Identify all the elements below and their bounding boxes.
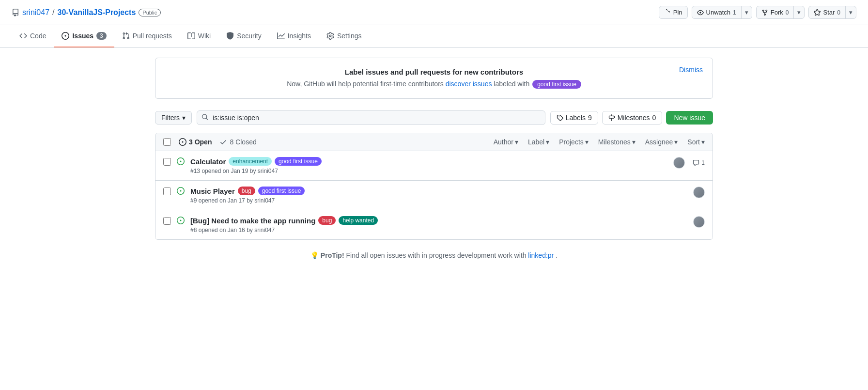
open-count-label: 3 Open <box>189 138 212 146</box>
milestones-filter-label: Milestones <box>598 138 631 146</box>
select-all-checkbox[interactable] <box>163 138 171 146</box>
repo-title: srini047 / 30-VanillaJS-Projects Public <box>12 8 161 17</box>
issue-meta-2: #9 opened on Jan 17 by srini047 <box>190 197 687 204</box>
issue-title-link-3[interactable]: [Bug] Need to make the app running <box>190 217 315 225</box>
tab-code[interactable]: Code <box>12 25 54 47</box>
milestones-label: Milestones <box>618 114 650 122</box>
labels-label: Labels <box>566 114 586 122</box>
avatar-1 <box>673 157 685 169</box>
open-issue-icon <box>179 138 186 146</box>
tab-insights-label: Insights <box>288 32 311 40</box>
issue-title-2: Music Player bug good first issue <box>190 187 687 195</box>
search-box <box>197 110 545 125</box>
wiki-icon <box>187 32 195 40</box>
repo-owner[interactable]: srini047 <box>22 8 49 17</box>
closed-count-label: 8 Closed <box>230 138 256 146</box>
issues-icon <box>62 32 69 40</box>
open-issue-indicator-2 <box>177 187 185 197</box>
issue-checkbox-1[interactable] <box>163 158 171 166</box>
issue-right-1: 1 <box>673 157 705 169</box>
tab-code-label: Code <box>30 32 46 40</box>
filter-actions: Labels 9 Milestones 0 New issue <box>550 111 713 125</box>
security-icon <box>226 32 234 40</box>
tab-settings-label: Settings <box>337 32 362 40</box>
protip-suffix: . <box>556 251 558 259</box>
banner-title: Label issues and pull requests for new c… <box>167 68 701 76</box>
tab-pull-requests[interactable]: Pull requests <box>114 25 180 47</box>
banner-text: Now, GitHub will help potential first-ti… <box>167 80 701 89</box>
label-filter-label: Label <box>528 138 544 146</box>
bulb-icon: 💡 <box>310 251 319 259</box>
author-filter[interactable]: Author ▾ <box>494 138 518 146</box>
tab-wiki-label: Wiki <box>198 32 211 40</box>
pin-label: Pin <box>673 9 682 16</box>
fork-button[interactable]: Fork 0 ▾ <box>756 6 805 19</box>
pr-icon <box>122 32 130 40</box>
issue-opened-2: opened on Jan 17 by <box>199 197 254 204</box>
labels-button[interactable]: Labels 9 <box>550 111 598 125</box>
contributor-banner: Label issues and pull requests for new c… <box>155 58 713 99</box>
open-issues-count[interactable]: 3 Open <box>179 138 212 146</box>
open-issue-indicator-3 <box>177 217 185 227</box>
avatar-2 <box>693 187 705 198</box>
issue-author-2[interactable]: srini047 <box>254 197 275 204</box>
linked-pr-link[interactable]: linked:pr <box>528 251 554 259</box>
protip-text: Find all open issues with in progress de… <box>346 251 528 259</box>
sort-filter[interactable]: Sort ▾ <box>687 138 705 146</box>
star-button[interactable]: Star 0 ▾ <box>808 6 856 19</box>
author-label: Author <box>494 138 513 146</box>
projects-filter[interactable]: Projects ▾ <box>559 138 589 146</box>
dismiss-button[interactable]: Dismiss <box>679 66 703 74</box>
issue-meta-3: #8 opened on Jan 16 by srini047 <box>190 227 687 234</box>
label-filter[interactable]: Label ▾ <box>528 138 549 146</box>
projects-label: Projects <box>559 138 584 146</box>
projects-chevron: ▾ <box>585 138 589 146</box>
assignee-filter[interactable]: Assignee ▾ <box>645 138 678 146</box>
tab-issues-label: Issues <box>72 32 93 40</box>
comment-count-1: 1 <box>693 159 705 166</box>
label-good-first-1: good first issue <box>275 157 322 166</box>
milestones-button[interactable]: Milestones 0 <box>602 111 663 125</box>
tab-issues[interactable]: Issues 3 <box>54 25 114 47</box>
fork-icon <box>761 9 768 16</box>
author-chevron: ▾ <box>515 138 518 146</box>
issue-opened-1: opened on Jan 19 by <box>202 168 257 174</box>
banner-discover-link[interactable]: discover issues <box>446 80 492 88</box>
issue-author-1[interactable]: srini047 <box>258 168 278 174</box>
issue-row: Calculator enhancement good first issue … <box>155 151 713 181</box>
issue-checkbox-2[interactable] <box>163 187 171 195</box>
tab-security[interactable]: Security <box>218 25 269 47</box>
repo-icon <box>12 9 19 16</box>
unwatch-button[interactable]: Unwatch 1 ▾ <box>692 6 752 19</box>
search-input[interactable] <box>197 110 545 125</box>
issue-number-1: #13 <box>190 168 200 174</box>
issue-title-link-2[interactable]: Music Player <box>190 187 235 195</box>
label-icon <box>557 114 563 121</box>
issue-checkbox-3[interactable] <box>163 217 171 225</box>
banner-label-badge: good first issue <box>532 80 581 89</box>
filters-chevron-icon: ▾ <box>182 114 186 122</box>
label-bug-2: bug <box>238 187 255 195</box>
issues-header: 3 Open 8 Closed Author ▾ Label ▾ <box>155 133 713 151</box>
label-chevron: ▾ <box>546 138 549 146</box>
repo-name[interactable]: 30-VanillaJS-Projects <box>57 8 136 17</box>
tab-wiki[interactable]: Wiki <box>180 25 218 47</box>
issue-right-2 <box>693 187 705 198</box>
new-issue-button[interactable]: New issue <box>666 111 713 125</box>
issue-body-2: Music Player bug good first issue #9 ope… <box>190 187 687 204</box>
tab-settings[interactable]: Settings <box>319 25 370 47</box>
issue-title-link-1[interactable]: Calculator <box>190 157 226 166</box>
issue-author-3[interactable]: srini047 <box>254 227 275 234</box>
milestones-filter[interactable]: Milestones ▾ <box>598 138 636 146</box>
fork-count: 0 <box>786 9 789 16</box>
issue-meta-1: #13 opened on Jan 19 by srini047 <box>190 168 667 174</box>
star-label: Star <box>823 9 835 16</box>
sort-label: Sort <box>687 138 700 146</box>
filters-button[interactable]: Filters ▾ <box>155 111 192 125</box>
closed-issues-count[interactable]: 8 Closed <box>219 138 256 146</box>
tab-issues-count: 3 <box>96 32 107 40</box>
tab-insights[interactable]: Insights <box>269 25 319 47</box>
comment-num-1: 1 <box>701 159 705 166</box>
tab-pr-label: Pull requests <box>133 32 172 40</box>
pin-button[interactable]: Pin <box>659 6 688 19</box>
